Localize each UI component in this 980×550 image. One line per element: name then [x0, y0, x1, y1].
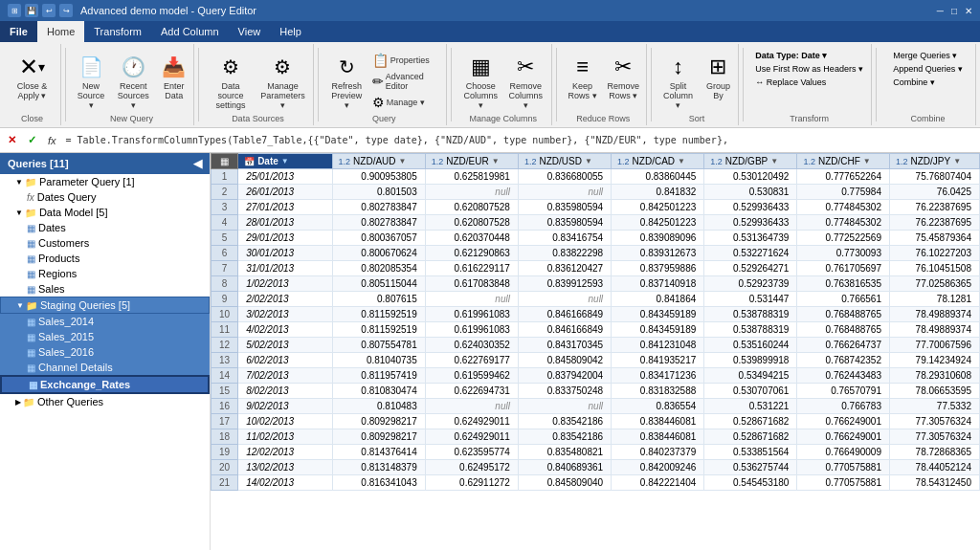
manage-parameters-button[interactable]: ⚙ ManageParameters ▾	[256, 50, 309, 113]
refresh-preview-label: RefreshPreview ▾	[330, 82, 364, 111]
append-queries-button[interactable]: Append Queries ▾	[890, 63, 966, 75]
numeric-cell: 0.842501223	[612, 200, 704, 215]
numeric-cell: 0.772522569	[797, 231, 890, 246]
customers-table-icon: ▦	[27, 238, 35, 249]
ribbon-group-combine: Merge Queries ▾ Append Queries ▾ Combine…	[880, 44, 976, 125]
other-queries-arrow: ▶	[15, 398, 21, 407]
sidebar-item-channel-details[interactable]: ▦ Channel Details	[0, 360, 210, 375]
refresh-preview-button[interactable]: ↻ RefreshPreview ▾	[326, 50, 368, 113]
sidebar-item-sales[interactable]: ▦ Sales	[0, 281, 210, 297]
new-source-label: NewSource ▾	[76, 82, 106, 111]
numeric-cell: 0.836120427	[518, 261, 611, 276]
recent-sources-button[interactable]: 🕐 RecentSources ▾	[112, 50, 154, 113]
numeric-cell: 0.836554	[612, 399, 704, 414]
sidebar-item-data-model[interactable]: ▼ 📁 Data Model [5]	[0, 205, 210, 220]
close-btn[interactable]: ✕	[965, 6, 972, 16]
data-type-button[interactable]: Data Type: Date ▾	[752, 50, 830, 61]
sidebar-item-sales-2015[interactable]: ▦ Sales_2015	[0, 329, 210, 344]
data-source-settings-button[interactable]: ⚙ Data sourcesettings	[207, 50, 255, 113]
maximize-btn[interactable]: □	[951, 6, 957, 16]
sidebar-item-dates-query[interactable]: fx Dates Query	[0, 189, 210, 205]
ribbon-group-transform: Data Type: Date ▾ Use First Row as Heade…	[747, 44, 872, 125]
menu-bar: File Home Transform Add Column View Help	[0, 21, 980, 42]
numeric-cell: 0.531221	[704, 399, 797, 414]
sidebar-item-staging-queries[interactable]: ▼ 📁 Staging Queries [5]	[0, 297, 210, 314]
nzd-jpy-column-header[interactable]: 1.2 NZD/JPY ▼	[889, 154, 979, 169]
numeric-cell: 0.535160244	[704, 338, 797, 353]
numeric-cell: 0.62911272	[425, 475, 518, 491]
group-by-button[interactable]: ⊞ GroupBy	[701, 50, 736, 103]
minimize-btn[interactable]: ─	[937, 6, 944, 16]
nzd-usd-column-header[interactable]: 1.2 NZD/USD ▼	[518, 154, 611, 169]
sidebar-item-regions[interactable]: ▦ Regions	[0, 266, 210, 281]
manage-icon: ⚙	[372, 95, 385, 110]
replace-values-button[interactable]: ↔ Replace Values	[752, 77, 829, 88]
nzd-gbp-column-header[interactable]: 1.2 NZD/GBP ▼	[704, 154, 797, 169]
close-apply-button[interactable]: ✕▾ Close &Apply ▾	[13, 50, 52, 103]
numeric-cell: 77.70067596	[889, 338, 979, 353]
menu-add-column[interactable]: Add Column	[151, 21, 229, 42]
sidebar-item-dates[interactable]: ▦ Dates	[0, 220, 210, 235]
numeric-cell: 0.81040735	[332, 353, 425, 368]
numeric-cell: 75.76807404	[889, 169, 979, 185]
formula-confirm-button[interactable]: ✓	[24, 134, 40, 146]
sidebar-item-customers[interactable]: ▦ Customers	[0, 235, 210, 251]
sidebar-item-sales-2016[interactable]: ▦ Sales_2016	[0, 344, 210, 360]
combine-button[interactable]: Combine ▾	[890, 77, 938, 88]
undo-icon[interactable]: ↩	[42, 4, 56, 17]
split-column-button[interactable]: ↕ SplitColumn ▾	[657, 50, 699, 113]
numeric-cell: 0.52923739	[704, 276, 797, 292]
choose-columns-button[interactable]: ▦ ChooseColumns ▾	[459, 50, 502, 113]
numeric-cell: 0.841832	[612, 185, 704, 200]
numeric-cell: 0.62495172	[425, 460, 518, 475]
use-first-row-button[interactable]: Use First Row as Headers ▾	[752, 63, 866, 75]
save-icon[interactable]: 💾	[25, 4, 38, 17]
nzd-chf-column-header[interactable]: 1.2 NZD/CHF ▼	[797, 154, 890, 169]
numeric-cell: 0.800670624	[332, 246, 425, 261]
numeric-cell: 0.617083848	[425, 276, 518, 292]
table-row: 81/02/20130.8051150440.6170838480.839912…	[212, 276, 980, 292]
nzd-aud-column-header[interactable]: 1.2 NZD/AUD ▼	[332, 154, 425, 169]
sidebar-item-other-queries[interactable]: ▶ 📁 Other Queries	[0, 394, 210, 409]
properties-icon: 📋	[372, 53, 389, 68]
sidebar-item-products[interactable]: ▦ Products	[0, 251, 210, 266]
sidebar-toggle-button[interactable]: ◀	[193, 157, 202, 170]
nzd-eur-column-header[interactable]: 1.2 NZD/EUR ▼	[425, 154, 518, 169]
menu-home[interactable]: Home	[37, 21, 84, 42]
menu-view[interactable]: View	[229, 21, 271, 42]
nzd-cad-column-header[interactable]: 1.2 NZD/CAD ▼	[612, 154, 704, 169]
row-number-cell: 6	[212, 246, 238, 261]
numeric-cell: 0.842501223	[612, 215, 704, 231]
enter-data-button[interactable]: 📥 EnterData	[156, 50, 191, 103]
date-column-header[interactable]: 📅 Date ▼	[238, 154, 332, 169]
remove-rows-icon: ✂	[608, 52, 638, 82]
new-source-button[interactable]: 📄 NewSource ▾	[72, 50, 110, 113]
manage-button[interactable]: ⚙ Manage ▾	[369, 94, 442, 111]
remove-columns-button[interactable]: ✂ RemoveColumns ▾	[504, 50, 547, 113]
sidebar-item-exchcange-rates[interactable]: ▦ Exchcange_Rates	[0, 375, 210, 394]
numeric-cell: 0.807615	[332, 292, 425, 307]
menu-file[interactable]: File	[0, 21, 37, 42]
numeric-cell: 0.620807528	[425, 215, 518, 231]
merge-queries-button[interactable]: Merge Queries ▾	[890, 50, 960, 61]
data-source-settings-label: Data sourcesettings	[211, 82, 251, 111]
sidebar-item-parameter-query[interactable]: ▼ 📁 Parameter Query [1]	[0, 174, 210, 189]
sidebar-item-sales-2014[interactable]: ▦ Sales_2014	[0, 314, 210, 329]
keep-rows-button[interactable]: ≡ KeepRows ▾	[564, 50, 602, 103]
redo-icon[interactable]: ↪	[59, 4, 73, 17]
customers-label: Customers	[38, 237, 89, 249]
numeric-cell: 0.536275744	[704, 460, 797, 475]
menu-help[interactable]: Help	[270, 21, 311, 42]
advanced-editor-icon: ✏	[372, 74, 384, 89]
numeric-cell: null	[425, 292, 518, 307]
formula-cancel-button[interactable]: ✕	[4, 134, 20, 146]
properties-button[interactable]: 📋 Properties	[369, 52, 442, 69]
numeric-cell: 0.619599462	[425, 368, 518, 384]
keep-rows-label: KeepRows ▾	[568, 82, 597, 101]
sidebar-header: Queries [11] ◀	[0, 153, 210, 174]
advanced-editor-button[interactable]: ✏ Advanced Editor	[369, 71, 442, 92]
formula-input[interactable]: = Table.TransformColumnTypes(Table7_Tabl…	[64, 133, 976, 147]
recent-sources-icon: 🕐	[118, 52, 148, 82]
remove-rows-button[interactable]: ✂ RemoveRows ▾	[604, 50, 644, 103]
menu-transform[interactable]: Transform	[84, 21, 151, 42]
